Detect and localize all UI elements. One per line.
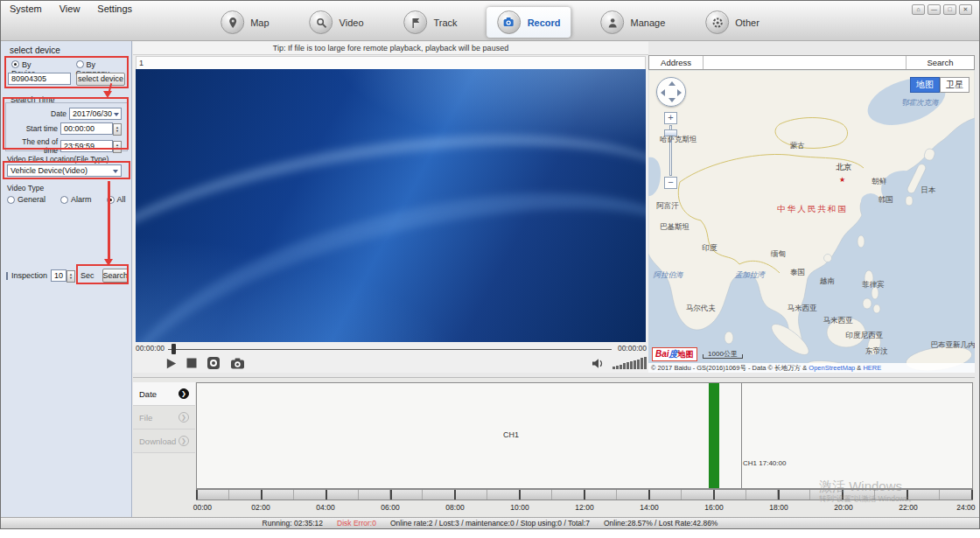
video-player-panel: Tip: If file is too large fore remote pl… xyxy=(133,41,648,373)
map-type-map-button[interactable]: 地图 xyxy=(910,77,940,93)
ruler-tick-label: 12:00 xyxy=(575,503,593,512)
map-label: 韩国 xyxy=(878,195,893,206)
channel-tab[interactable]: 1 xyxy=(136,56,646,69)
ruler-tick xyxy=(584,490,585,500)
pan-up-icon[interactable] xyxy=(668,81,676,86)
chevron-down-icon[interactable] xyxy=(114,113,119,116)
inspection-interval-input[interactable]: 10▲▼ xyxy=(51,269,66,282)
status-disk-error: Disk Error:0 xyxy=(337,519,376,528)
select-device-button[interactable]: select device xyxy=(76,73,125,86)
map-label: 朝鲜 xyxy=(872,177,886,187)
map-zoom-out-button[interactable]: − xyxy=(664,177,677,189)
map-label: 北京 xyxy=(836,161,851,172)
radio-icon[interactable] xyxy=(60,196,68,204)
map-canvas[interactable]: + − 地图 卫星 Bai度地图 1000公里 © 2017 Baidu - G… xyxy=(648,70,975,373)
map-label: 巴基斯坦 xyxy=(660,222,690,233)
baidu-logo[interactable]: Bai度地图 xyxy=(652,347,697,361)
ruler-tick xyxy=(454,490,456,500)
toolbar-track[interactable]: Track xyxy=(394,7,468,38)
toolbar-map[interactable]: Map xyxy=(210,7,279,38)
radio-icon[interactable] xyxy=(11,60,19,68)
snapshot-button[interactable] xyxy=(229,355,245,371)
map-zoom-in-button[interactable]: + xyxy=(664,112,677,124)
speaker-icon[interactable] xyxy=(592,357,605,373)
playback-slider-row: 00:00:00 00:00:00 xyxy=(133,342,648,354)
timeline-plot[interactable]: CH1 CH1 17:40:00 xyxy=(196,382,973,489)
spinner-buttons[interactable]: ▲▼ xyxy=(113,123,122,136)
inspection-checkbox[interactable] xyxy=(6,272,8,280)
play-button[interactable] xyxy=(163,355,178,371)
arrow-right-icon: ❯ xyxy=(178,388,189,399)
video-type-option-all[interactable]: All xyxy=(107,195,126,204)
attribution-here-link[interactable]: HERE xyxy=(863,364,881,372)
file-location-label: Video Files Location(File Type) xyxy=(7,155,108,164)
map-geography xyxy=(648,70,975,373)
start-time-input[interactable]: 00:00:00▲▼ xyxy=(60,122,113,135)
radio-icon[interactable] xyxy=(107,196,115,204)
toolbar-video[interactable]: Video xyxy=(299,7,374,38)
map-type-switch: 地图 卫星 xyxy=(910,77,970,93)
timeline-cursor[interactable] xyxy=(741,383,742,488)
map-type-satellite-button[interactable]: 卫星 xyxy=(940,77,970,93)
window-close-button[interactable]: ✕ xyxy=(959,4,972,15)
recording-segment[interactable] xyxy=(709,383,719,488)
window-maximize-button[interactable]: □ xyxy=(943,4,956,15)
window-skin-button[interactable]: ⌂ xyxy=(912,4,925,15)
pan-left-icon[interactable] xyxy=(661,89,665,96)
tab-file[interactable]: File❯ xyxy=(133,406,195,430)
menu-view[interactable]: View xyxy=(60,3,80,14)
ruler-tick-label: 16:00 xyxy=(704,503,723,512)
radio-icon[interactable] xyxy=(7,196,15,204)
video-type-option-alarm[interactable]: Alarm xyxy=(60,195,92,204)
menu-settings[interactable]: Settings xyxy=(97,3,132,14)
video-type-option-general[interactable]: General xyxy=(7,195,46,204)
file-location-select[interactable]: Vehicle Device(Video) xyxy=(7,164,122,177)
end-time-label: The end of time xyxy=(12,137,58,155)
map-label: 菲律宾 xyxy=(862,280,885,290)
map-label: 越南 xyxy=(820,276,835,287)
toolbar-other[interactable]: Other xyxy=(695,7,770,38)
stop-button[interactable] xyxy=(184,355,200,371)
attribution-osm-link[interactable]: OpenStreetMap xyxy=(808,364,855,372)
pan-down-icon[interactable] xyxy=(668,98,676,102)
record-video-button[interactable] xyxy=(206,355,221,371)
map-label: ★ xyxy=(839,175,845,183)
toolbar-track-label: Track xyxy=(434,17,458,28)
toolbar-record[interactable]: Record xyxy=(487,7,571,38)
address-input[interactable] xyxy=(704,56,906,69)
ruler-tick xyxy=(713,490,715,500)
pan-right-icon[interactable] xyxy=(677,89,682,96)
timeline-cursor-label: CH1 17:40:00 xyxy=(743,459,786,467)
ruler-tick xyxy=(196,490,198,500)
select-device-title: select device xyxy=(10,45,60,55)
search-button[interactable]: Search xyxy=(102,269,130,283)
tab-date[interactable]: Date❯ xyxy=(133,382,195,406)
map-label: 马来西亚 xyxy=(822,316,852,326)
tab-download-label: Download xyxy=(139,437,176,446)
window-minimize-button[interactable]: — xyxy=(928,4,941,15)
volume-bars[interactable] xyxy=(612,356,651,369)
end-time-input[interactable]: 23:59:59▲▼ xyxy=(60,140,113,152)
spinner-buttons[interactable]: ▲▼ xyxy=(113,141,122,153)
menu-system[interactable]: System xyxy=(10,3,42,14)
map-label: 印度尼西亚 xyxy=(846,331,884,341)
map-search-button[interactable]: Search xyxy=(906,56,974,69)
timeline-channel-label: CH1 xyxy=(503,430,519,439)
arrow-right-icon: ❯ xyxy=(178,412,189,423)
map-label: 印度 xyxy=(702,243,717,254)
radio-icon[interactable] xyxy=(76,60,84,68)
chevron-down-icon[interactable] xyxy=(113,170,118,173)
toolbar-manage[interactable]: Manage xyxy=(591,7,676,38)
date-combobox[interactable]: 2017/06/30 xyxy=(69,108,122,120)
video-display[interactable] xyxy=(136,69,646,342)
attribution-text: © 2017 Baidu - GS(2016)1069号 - Data © 长地… xyxy=(651,364,808,372)
tab-download[interactable]: Download❯ xyxy=(133,430,195,453)
spinner-buttons[interactable]: ▲▼ xyxy=(66,270,75,283)
map-pan-control[interactable] xyxy=(656,77,686,107)
ruler-tick xyxy=(390,490,392,500)
playback-slider-track[interactable] xyxy=(168,349,612,350)
device-id-input[interactable] xyxy=(8,73,71,85)
map-label: 阿拉伯海 xyxy=(653,270,682,281)
playback-slider-handle[interactable] xyxy=(172,344,176,354)
map-label: 日本 xyxy=(920,185,935,196)
